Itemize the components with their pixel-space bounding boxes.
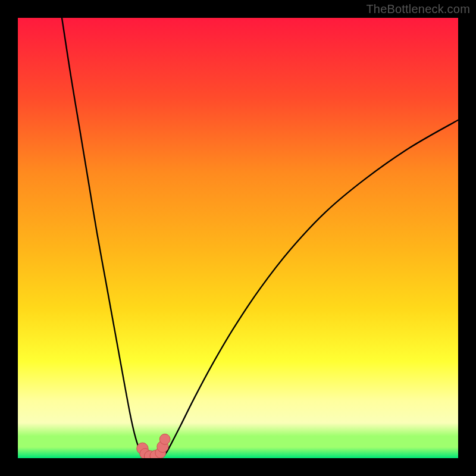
chart-stage: TheBottleneck.com: [0, 0, 476, 476]
plot-area: [18, 18, 458, 458]
plot-svg: [18, 18, 458, 458]
gradient-background: [18, 18, 458, 458]
valley-marker: [159, 434, 170, 444]
watermark-text: TheBottleneck.com: [366, 2, 470, 16]
